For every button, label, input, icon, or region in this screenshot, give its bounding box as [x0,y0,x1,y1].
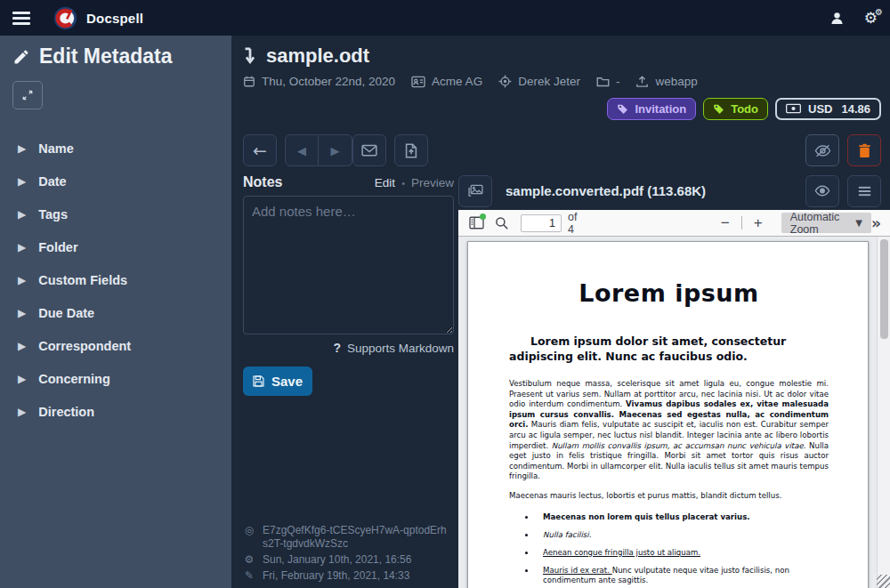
sidebar-item-due-date[interactable]: ▶ Due Date [12,299,219,327]
notes-heading: Notes [243,174,282,190]
pdf-paragraph: Vestibulum neque massa, scelerisque sit … [509,379,829,482]
attachment-view-button[interactable] [805,175,839,207]
pdf-bullet-item: Maecenas non lorem quis tellus placerat … [536,512,829,523]
sidebar-item-name[interactable]: ▶ Name [12,134,219,163]
item-source: webapp [635,75,697,88]
caret-right-icon: ▶ [18,274,26,286]
pdf-page: Lorem ipsum Lorem ipsum dolor sit amet, … [467,241,869,588]
pdf-zoom-select[interactable]: Automatic Zoom ▼ [781,213,871,233]
notes-input[interactable] [243,196,454,334]
notification-dot [480,213,486,220]
send-mail-button[interactable] [352,134,386,166]
menu-icon[interactable] [12,12,30,25]
chevron-down-icon: ▼ [855,218,862,228]
trash-icon [858,143,871,158]
caret-right-icon: ▶ [18,373,26,385]
pdf-sidebar-toggle-icon[interactable] [465,213,487,234]
bars-icon [858,186,871,197]
next-item-button[interactable]: ▶ [319,134,352,166]
caret-right-icon: ▶ [18,406,26,418]
upload-icon [635,75,649,88]
docspell-logo-icon [53,6,77,30]
pdf-page-number-input[interactable] [521,214,562,232]
sidebar-item-concerning[interactable]: ▶ Concerning [12,365,219,393]
delete-item-button[interactable] [847,134,881,166]
item-folder: - [596,75,620,88]
pdf-more-tools-icon[interactable]: » [871,214,883,232]
edit-metadata-sidebar: Edit Metadata ▶ Name ▶ Date ▶ Tags [0,36,231,588]
tag-icon [713,103,724,115]
address-card-icon [411,76,425,88]
pdf-bullet-list: Maecenas non lorem quis tellus placerat … [509,512,829,588]
caret-right-icon: ▶ [18,241,26,254]
metadata-section-list: ▶ Name ▶ Date ▶ Tags ▶ Folder [12,134,219,431]
sidebar-item-date[interactable]: ▶ Date [12,167,219,196]
pdf-search-icon[interactable] [490,213,512,234]
tag-badge-invitation[interactable]: Invitation [607,98,696,120]
pdf-scrollbar-thumb[interactable] [880,239,888,339]
sidebar-item-folder[interactable]: ▶ Folder [12,233,219,262]
pdf-viewer: Lorem ipsum Lorem ipsum dolor sit amet, … [458,237,890,588]
app-title: Docspell [86,11,143,26]
add-file-button[interactable] [394,134,428,166]
envelope-icon [361,144,377,157]
custom-field-badge-usd[interactable]: USD 14.86 [775,98,881,120]
item-updated-value: Fri, February 19th, 2021, 14:33 [263,569,409,583]
item-title-row: sample.odt [243,44,890,68]
pdf-zoom-in-button[interactable]: + [748,214,769,232]
markdown-hint-link[interactable]: ? Supports Markdown [243,341,454,355]
calendar-icon [243,75,255,88]
prev-item-button[interactable]: ◀ [285,134,319,166]
item-correspondent-org: Acme AG [411,75,482,88]
save-notes-button[interactable]: Save [243,366,312,396]
sidebar-item-tags[interactable]: ▶ Tags [12,200,219,229]
eye-icon [814,185,830,197]
images-icon [468,184,483,197]
sidebar-item-correspondent[interactable]: ▶ Correspondent [12,332,219,360]
item-concerning-person: Derek Jeter [498,75,580,88]
attachment-menu-button[interactable] [847,175,881,207]
pdf-doc-heading: Lorem ipsum dolor sit amet, consectetur … [509,334,829,364]
sidebar-item-custom-fields[interactable]: ▶ Custom Fields [12,266,219,294]
notes-preview-link[interactable]: Preview [411,176,454,189]
pdf-zoom-out-button[interactable]: − [715,214,736,232]
caret-right-icon: ▶ [18,142,26,155]
resize-handle[interactable] [877,575,890,588]
target-icon [498,75,512,88]
pdf-paragraph: Maecenas mauris lectus, lobortis et puru… [509,491,829,502]
user-icon[interactable] [829,11,845,26]
floppy-disk-icon [253,375,264,387]
sidebar-item-direction[interactable]: ▶ Direction [12,398,219,426]
item-created-row: ⚙ Sun, January 10th, 2021, 16:56 [243,553,454,567]
hide-item-button[interactable] [805,134,839,166]
pdf-bullet-item: Aenean congue fringilla justo ut aliquam… [536,548,829,559]
bullseye-icon: ◎ [243,524,255,551]
item-updated-row: ✎ Fri, February 19th, 2021, 14:33 [243,569,454,583]
tag-icon [617,103,628,115]
pdf-bullet-item: Mauris id ex erat. Nunc vulputate neque … [536,566,829,586]
tag-badge-todo[interactable]: Todo [703,98,768,120]
attachment-select-button[interactable] [458,175,492,207]
expand-collapse-button[interactable] [12,81,43,109]
item-id-block: ◎ E7zgQefKfg6-tCEScyeH7wA-qptodErhs2T-tg… [243,521,454,588]
separator [741,216,742,230]
settings-gears-icon[interactable]: ⚙⚙ [864,9,878,27]
notes-edit-link[interactable]: Edit [375,176,395,189]
item-title: sample.odt [266,44,369,68]
pencil-small-icon: ✎ [243,569,255,583]
attachment-panel: sample.converted.pdf (113.68K) [458,174,890,588]
caret-right-icon: ▶ [18,175,26,188]
pdfjs-toolbar: of 4 − + Automatic Zoom ▼ » [458,210,890,237]
question-icon: ? [333,341,341,355]
money-bill-icon [786,103,801,114]
sidebar-title: Edit Metadata [12,44,219,68]
item-meta-row: Thu, October 22nd, 2020 Acme AG Derek Je… [243,75,890,88]
item-id-row: ◎ E7zgQefKfg6-tCEScyeH7wA-qptodErhs2T-tg… [243,524,454,551]
back-button[interactable]: ← [243,134,277,166]
pdf-scrollbar[interactable] [877,237,890,588]
item-created-value: Sun, January 10th, 2021, 16:56 [263,553,411,567]
eye-slash-icon [814,144,831,157]
file-upload-icon [405,143,417,158]
caret-right-icon: ▶ [18,208,26,221]
app-logo[interactable]: Docspell [53,6,143,30]
